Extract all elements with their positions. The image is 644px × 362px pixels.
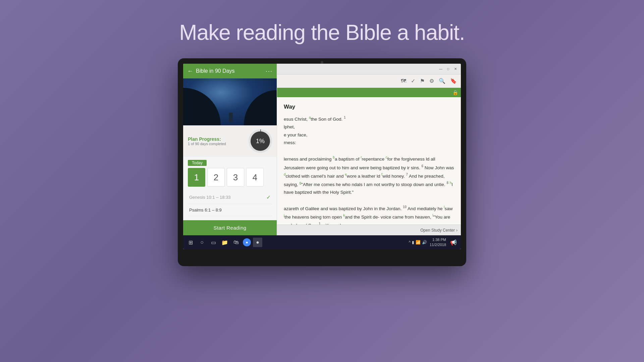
- reading-item-1[interactable]: Genesis 10:1 – 18:33 ✓: [188, 191, 272, 204]
- progress-section: Plan Progress: 1 of 90 days completed 1%: [183, 125, 277, 157]
- volume-icon[interactable]: 🔊: [422, 240, 427, 245]
- battery-icon: ▮: [412, 240, 414, 245]
- checkmark-icon[interactable]: ✓: [411, 78, 415, 84]
- reading-item-2[interactable]: Psalms 6:1 – 8:9: [188, 204, 272, 216]
- reading-item-2-text: Psalms 6:1 – 8:9: [189, 207, 222, 213]
- bible-verse-block-2: lerness and proclaiming ba baptism of rr…: [284, 155, 454, 196]
- person-silhouette: [229, 113, 233, 122]
- clock-time: 1:38 PM: [430, 237, 446, 242]
- progress-label: Plan Progress:: [188, 136, 244, 142]
- close-button[interactable]: ✕: [453, 66, 458, 72]
- maximize-button[interactable]: □: [445, 66, 451, 72]
- left-panel: ← Bible in 90 Days ··· Plan Progress: 1 …: [183, 64, 277, 235]
- bible-text-area[interactable]: Way esus Christ, athe Son of God. 1 lphe…: [277, 97, 461, 225]
- window-chrome: — □ ✕: [277, 64, 461, 74]
- plan-header: ← Bible in 90 Days ···: [183, 64, 277, 78]
- minimize-button[interactable]: —: [438, 66, 443, 72]
- plan-hero-image: [183, 78, 277, 125]
- plan-title: Bible in 90 Days: [196, 68, 263, 74]
- day-2-tab[interactable]: 2: [207, 168, 225, 187]
- reading-item-3[interactable]: Matthew 5:1 – 7:29: [188, 216, 272, 220]
- green-accent-bar: 🔒: [277, 88, 461, 97]
- study-center-arrow: ›: [456, 228, 458, 233]
- bible-verse-block-1: esus Christ, athe Son of God. 1 lphet, e…: [284, 115, 454, 147]
- app-content: ← Bible in 90 Days ··· Plan Progress: 1 …: [183, 64, 461, 235]
- day-numbers-row: 1 2 3 4: [188, 168, 272, 187]
- day-tabs-section: Today 1 2 3 4: [183, 157, 277, 188]
- task-view-button[interactable]: ▭: [209, 238, 218, 247]
- progress-text: Plan Progress: 1 of 90 days completed: [188, 136, 244, 146]
- device-frame: ← Bible in 90 Days ··· Plan Progress: 1 …: [178, 58, 466, 266]
- reading-item-1-text: Genesis 10:1 – 18:33: [189, 195, 231, 200]
- notification-icon[interactable]: 📢: [449, 238, 458, 247]
- bookmark-icon[interactable]: 🔖: [450, 78, 457, 84]
- start-reading-button[interactable]: Start Reading: [183, 220, 277, 235]
- map-icon[interactable]: 🗺: [401, 78, 406, 84]
- device-camera: [321, 61, 323, 64]
- study-center-label: Open Study Center: [420, 228, 455, 233]
- search-taskbar-button[interactable]: ○: [197, 238, 207, 247]
- bible-toolbar: 🗺 ✓ ⚑ ⚙ 🔍 🔖: [277, 74, 461, 88]
- tools-icon[interactable]: ⚑: [420, 78, 425, 84]
- study-center-bar[interactable]: Open Study Center ›: [277, 225, 461, 235]
- plan-menu-button[interactable]: ···: [266, 68, 273, 75]
- file-explorer-icon[interactable]: 📁: [220, 238, 229, 247]
- system-tray-icons: ^ ▮ 📶 🔊: [409, 240, 427, 245]
- reading-list: Genesis 10:1 – 18:33 ✓ Psalms 6:1 – 8:9 …: [183, 188, 277, 220]
- progress-percentage: 1%: [256, 138, 265, 145]
- settings-icon[interactable]: ⚙: [429, 78, 434, 84]
- day-3-tab[interactable]: 3: [227, 168, 244, 187]
- day-4-tab[interactable]: 4: [246, 168, 264, 187]
- right-panel: — □ ✕ 🗺 ✓ ⚑ ⚙ 🔍 🔖 🔒: [277, 64, 461, 235]
- start-button[interactable]: ⊞: [186, 238, 195, 247]
- page-headline: Make reading the Bible a habit.: [179, 20, 465, 45]
- section-title: Way: [284, 102, 454, 112]
- lock-icon: 🔒: [452, 90, 458, 95]
- system-clock[interactable]: 1:38 PM 11/2/2018: [430, 237, 446, 248]
- back-button[interactable]: ←: [187, 68, 193, 75]
- taskbar-right: ^ ▮ 📶 🔊 1:38 PM 11/2/2018 📢: [409, 237, 458, 248]
- reading-item-1-check: ✓: [266, 194, 271, 200]
- search-icon[interactable]: 🔍: [439, 78, 445, 84]
- network-icon: 📶: [416, 240, 421, 245]
- day-1-tab[interactable]: 1: [188, 168, 205, 187]
- clock-date: 11/2/2018: [430, 242, 446, 247]
- store-icon[interactable]: 🛍: [231, 238, 241, 247]
- chrome-icon[interactable]: ●: [243, 238, 251, 246]
- progress-sublabel: 1 of 90 days completed: [188, 142, 244, 146]
- taskbar-left: ⊞ ○ ▭ 📁 🛍 ● ●: [186, 238, 262, 247]
- chevron-icon[interactable]: ^: [409, 240, 411, 245]
- bible-verse-block-3: azareth of Galilee and was baptized by J…: [284, 204, 454, 225]
- today-label: Today: [188, 160, 207, 166]
- device-screen: ← Bible in 90 Days ··· Plan Progress: 1 …: [183, 64, 461, 249]
- bible-app-icon[interactable]: ●: [253, 238, 262, 247]
- progress-circle: 1%: [249, 129, 272, 153]
- windows-taskbar: ⊞ ○ ▭ 📁 🛍 ● ● ^ ▮ 📶 🔊 1:38 PM 11/2/2018: [183, 235, 461, 249]
